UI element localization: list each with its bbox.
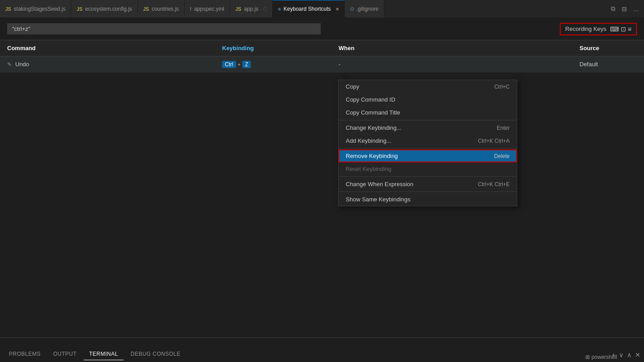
context-item-label: Change Keybinding... (346, 124, 401, 131)
panel-tab-debug[interactable]: DEBUG CONSOLE (125, 348, 186, 360)
context-item-shortcut: Enter (497, 125, 510, 131)
panel-tab-problems[interactable]: PROBLEMS (4, 348, 46, 360)
context-menu-copy-command-id[interactable]: Copy Command ID (339, 93, 517, 106)
context-menu-copy[interactable]: Copy Ctrl+C (339, 80, 517, 93)
edit-icon: ✎ (7, 61, 12, 68)
command-name: Undo (15, 61, 29, 68)
js-icon: JS (5, 6, 11, 12)
table-row[interactable]: ✎ Undo Ctrl + Z - Default (0, 56, 644, 72)
col-keybinding: Keybinding (215, 45, 331, 51)
tab-appspec[interactable]: ! appspec.yml (185, 0, 230, 18)
context-item-label: Copy Command Title (346, 109, 400, 116)
col-command: Command (0, 45, 215, 51)
close-panel-button[interactable]: ✕ (635, 351, 640, 358)
keybinding-cell: Ctrl + Z (215, 61, 331, 68)
tab-modified-indicator: ◌ (263, 6, 267, 11)
bottom-panel: PROBLEMS OUTPUT TERMINAL DEBUG CONSOLE ⊞… (0, 337, 644, 362)
recording-keys-section: Recording Keys ⌨ ⊡ ≡ (560, 23, 637, 35)
context-menu-sep3 (339, 176, 517, 177)
js-icon: JS (77, 6, 82, 12)
context-menu-remove-keybinding[interactable]: Remove Keybinding Delete (339, 149, 517, 162)
terminal-arrow-icon: ⊞ (585, 354, 590, 360)
record-layout-icon[interactable]: ⊡ (621, 26, 626, 33)
tab-stakingStagesSeed[interactable]: JS stakingStagesSeed.js (0, 0, 71, 18)
panel-chevron-down-icon[interactable]: ∨ (619, 351, 623, 358)
context-menu: Copy Ctrl+C Copy Command ID Copy Command… (338, 80, 517, 206)
tab-label: stakingStagesSeed.js (14, 6, 65, 12)
tab-keyboard-shortcuts[interactable]: ≡ Keyboard Shortcuts ✕ (273, 0, 345, 18)
tab-label: appspec.yml (194, 6, 224, 12)
context-item-shortcut: Ctrl+C (494, 84, 510, 90)
ctrl-key: Ctrl (222, 61, 236, 68)
keyboard-shortcuts-icon: ≡ (278, 6, 281, 12)
add-terminal-button[interactable]: + (612, 351, 615, 358)
context-menu-change-keybinding[interactable]: Change Keybinding... Enter (339, 121, 517, 134)
context-menu-copy-command-title[interactable]: Copy Command Title (339, 106, 517, 119)
keyboard-record-icon[interactable]: ⌨ (610, 26, 619, 33)
panel-tabs: PROBLEMS OUTPUT TERMINAL DEBUG CONSOLE (0, 346, 189, 362)
split-editor-icon[interactable]: ⧉ (609, 4, 617, 13)
context-menu-show-same[interactable]: Show Same Keybindings (339, 193, 517, 206)
table-header: Command Keybinding When Source (0, 40, 644, 56)
js-icon: JS (236, 6, 241, 12)
warn-icon: ! (190, 6, 191, 12)
command-cell: ✎ Undo (0, 61, 215, 68)
keybinding-badge: Ctrl + Z (222, 61, 251, 68)
panel-tab-terminal[interactable]: TERMINAL (84, 348, 124, 360)
more-actions-icon[interactable]: ... (631, 4, 640, 13)
tab-actions: ⧉ ⊟ ... (605, 4, 644, 13)
panel-right-actions: + ∨ ∧ ✕ (612, 351, 640, 358)
col-when: When (331, 45, 572, 51)
panel-chevron-up-icon[interactable]: ∧ (627, 351, 631, 358)
tab-label: countries.js (152, 6, 179, 12)
tab-appjs[interactable]: JS app.js ◌ (230, 0, 273, 18)
context-item-label: Remove Keybinding (346, 153, 398, 159)
context-item-label: Copy Command ID (346, 96, 395, 103)
when-cell: - (331, 61, 572, 68)
tab-bar: JS stakingStagesSeed.js JS ecosystem.con… (0, 0, 644, 18)
context-item-shortcut: Ctrl+K Ctrl+A (478, 138, 510, 144)
tab-label: .gitignore (356, 6, 378, 12)
context-menu-sep4 (339, 192, 517, 192)
context-menu-sep1 (339, 120, 517, 120)
tab-close-button[interactable]: ✕ (335, 7, 339, 12)
context-item-shortcut: Ctrl+K Ctrl+E (478, 181, 510, 187)
tab-ecosystemConfig[interactable]: JS ecosystem.config.js (71, 0, 138, 18)
tab-label: Keyboard Shortcuts (283, 6, 331, 12)
context-item-shortcut: Delete (494, 153, 510, 159)
gitignore-icon: ◇ (350, 6, 354, 12)
tab-label: app.js (244, 6, 258, 12)
context-menu-change-when[interactable]: Change When Expression Ctrl+K Ctrl+E (339, 178, 517, 191)
tab-gitignore[interactable]: ◇ .gitignore (345, 0, 384, 18)
col-source: Source (572, 45, 644, 51)
key-plus: + (238, 62, 240, 67)
context-item-label: Add Keybinding... (346, 137, 391, 144)
tab-label: ecosystem.config.js (85, 6, 132, 12)
context-menu-add-keybinding[interactable]: Add Keybinding... Ctrl+K Ctrl+A (339, 134, 517, 147)
context-item-label: Reset Keybinding (346, 166, 391, 172)
context-menu-reset-keybinding: Reset Keybinding (339, 162, 517, 175)
record-list-icon[interactable]: ≡ (628, 26, 631, 33)
z-key: Z (242, 61, 251, 68)
layout-icon[interactable]: ⊟ (620, 4, 629, 13)
tab-countries[interactable]: JS countries.js (138, 0, 185, 18)
recording-keys-label: Recording Keys (565, 26, 606, 32)
recording-keys-icons: ⌨ ⊡ ≡ (610, 26, 631, 33)
context-menu-sep2 (339, 148, 517, 149)
search-input[interactable]: "ctrl+z" (7, 23, 321, 34)
js-icon: JS (143, 6, 149, 12)
context-item-label: Copy (346, 83, 359, 90)
search-bar: "ctrl+z" Recording Keys ⌨ ⊡ ≡ (0, 18, 644, 40)
context-item-label: Change When Expression (346, 181, 413, 187)
context-item-label: Show Same Keybindings (346, 196, 411, 203)
source-cell: Default (572, 61, 644, 68)
panel-tab-output[interactable]: OUTPUT (48, 348, 82, 360)
